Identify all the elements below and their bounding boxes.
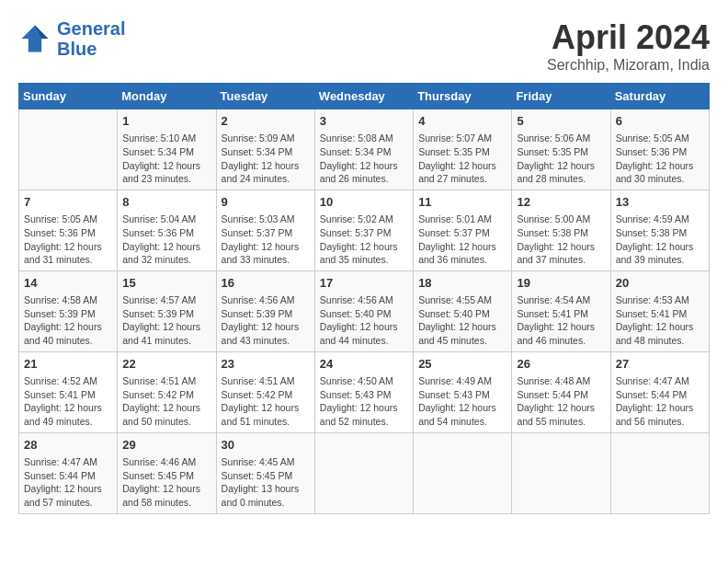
- calendar-cell: [19, 109, 118, 190]
- day-number: 14: [24, 275, 112, 292]
- day-info: Sunrise: 5:05 AM Sunset: 5:36 PM Dayligh…: [24, 213, 112, 267]
- day-number: 12: [517, 194, 605, 211]
- day-info: Sunrise: 4:49 AM Sunset: 5:43 PM Dayligh…: [418, 374, 506, 429]
- day-info: Sunrise: 5:00 AM Sunset: 5:38 PM Dayligh…: [517, 213, 605, 267]
- day-info: Sunrise: 4:59 AM Sunset: 5:38 PM Dayligh…: [616, 213, 704, 267]
- day-info: Sunrise: 4:48 AM Sunset: 5:44 PM Dayligh…: [517, 374, 605, 429]
- day-info: Sunrise: 5:05 AM Sunset: 5:36 PM Dayligh…: [616, 132, 704, 186]
- day-number: 26: [517, 356, 605, 373]
- day-number: 6: [616, 113, 704, 130]
- calendar-cell: 27Sunrise: 4:47 AM Sunset: 5:44 PM Dayli…: [610, 351, 709, 432]
- day-info: Sunrise: 5:08 AM Sunset: 5:34 PM Dayligh…: [320, 132, 408, 186]
- day-info: Sunrise: 4:51 AM Sunset: 5:42 PM Dayligh…: [222, 374, 310, 429]
- calendar-cell: 1Sunrise: 5:10 AM Sunset: 5:34 PM Daylig…: [118, 109, 216, 190]
- calendar-cell: 4Sunrise: 5:07 AM Sunset: 5:35 PM Daylig…: [414, 109, 512, 190]
- day-number: 5: [517, 113, 605, 130]
- day-info: Sunrise: 4:53 AM Sunset: 5:41 PM Dayligh…: [616, 293, 704, 348]
- calendar-cell: 25Sunrise: 4:49 AM Sunset: 5:43 PM Dayli…: [414, 351, 512, 432]
- calendar-table: SundayMondayTuesdayWednesdayThursdayFrid…: [18, 83, 710, 514]
- column-header-monday: Monday: [118, 84, 216, 109]
- week-row-4: 21Sunrise: 4:52 AM Sunset: 5:41 PM Dayli…: [19, 351, 710, 432]
- day-info: Sunrise: 4:54 AM Sunset: 5:41 PM Dayligh…: [517, 293, 605, 348]
- day-info: Sunrise: 5:07 AM Sunset: 5:35 PM Dayligh…: [418, 132, 506, 186]
- subtitle: Serchhip, Mizoram, India: [547, 57, 710, 74]
- header: General Blue April 2024 Serchhip, Mizora…: [18, 18, 710, 74]
- calendar-cell: 6Sunrise: 5:05 AM Sunset: 5:36 PM Daylig…: [610, 109, 709, 190]
- logo-icon: [18, 22, 51, 55]
- day-info: Sunrise: 4:58 AM Sunset: 5:39 PM Dayligh…: [24, 293, 112, 348]
- day-info: Sunrise: 5:03 AM Sunset: 5:37 PM Dayligh…: [222, 213, 310, 267]
- day-number: 21: [24, 356, 112, 373]
- day-number: 3: [320, 113, 408, 130]
- day-info: Sunrise: 4:55 AM Sunset: 5:40 PM Dayligh…: [418, 293, 506, 348]
- day-info: Sunrise: 5:10 AM Sunset: 5:34 PM Dayligh…: [122, 132, 210, 186]
- column-header-thursday: Thursday: [414, 84, 512, 109]
- calendar-cell: 16Sunrise: 4:56 AM Sunset: 5:39 PM Dayli…: [216, 270, 314, 351]
- calendar-cell: 26Sunrise: 4:48 AM Sunset: 5:44 PM Dayli…: [512, 351, 610, 432]
- calendar-cell: [414, 432, 512, 513]
- day-info: Sunrise: 4:47 AM Sunset: 5:44 PM Dayligh…: [616, 374, 704, 429]
- day-number: 19: [517, 275, 605, 292]
- calendar-cell: [512, 432, 610, 513]
- day-info: Sunrise: 5:02 AM Sunset: 5:37 PM Dayligh…: [320, 213, 408, 267]
- day-number: 28: [24, 437, 112, 454]
- day-info: Sunrise: 4:56 AM Sunset: 5:39 PM Dayligh…: [222, 293, 310, 348]
- day-number: 2: [222, 113, 310, 130]
- calendar-cell: 17Sunrise: 4:56 AM Sunset: 5:40 PM Dayli…: [314, 270, 413, 351]
- calendar-cell: 13Sunrise: 4:59 AM Sunset: 5:38 PM Dayli…: [610, 190, 709, 270]
- calendar-cell: 29Sunrise: 4:46 AM Sunset: 5:45 PM Dayli…: [118, 432, 216, 513]
- day-number: 30: [222, 437, 310, 454]
- week-row-2: 7Sunrise: 5:05 AM Sunset: 5:36 PM Daylig…: [19, 190, 710, 270]
- header-row: SundayMondayTuesdayWednesdayThursdayFrid…: [19, 84, 710, 109]
- day-info: Sunrise: 5:09 AM Sunset: 5:34 PM Dayligh…: [222, 132, 310, 186]
- day-info: Sunrise: 4:46 AM Sunset: 5:45 PM Dayligh…: [122, 455, 210, 510]
- day-number: 29: [122, 437, 210, 454]
- calendar-cell: 28Sunrise: 4:47 AM Sunset: 5:44 PM Dayli…: [19, 432, 118, 513]
- calendar-cell: 11Sunrise: 5:01 AM Sunset: 5:37 PM Dayli…: [414, 190, 512, 270]
- calendar-cell: 20Sunrise: 4:53 AM Sunset: 5:41 PM Dayli…: [610, 270, 709, 351]
- column-header-wednesday: Wednesday: [314, 84, 413, 109]
- calendar-cell: 23Sunrise: 4:51 AM Sunset: 5:42 PM Dayli…: [216, 351, 314, 432]
- calendar-cell: 5Sunrise: 5:06 AM Sunset: 5:35 PM Daylig…: [512, 109, 610, 190]
- title-area: April 2024 Serchhip, Mizoram, India: [547, 18, 710, 74]
- calendar-cell: [314, 432, 413, 513]
- day-number: 15: [122, 275, 210, 292]
- calendar-cell: 3Sunrise: 5:08 AM Sunset: 5:34 PM Daylig…: [314, 109, 413, 190]
- day-info: Sunrise: 4:56 AM Sunset: 5:40 PM Dayligh…: [320, 293, 408, 348]
- calendar-cell: 2Sunrise: 5:09 AM Sunset: 5:34 PM Daylig…: [216, 109, 314, 190]
- logo-text: General Blue: [57, 18, 125, 59]
- calendar-cell: [610, 432, 709, 513]
- main-title: April 2024: [547, 18, 710, 57]
- day-info: Sunrise: 5:04 AM Sunset: 5:36 PM Dayligh…: [122, 213, 210, 267]
- calendar-cell: 30Sunrise: 4:45 AM Sunset: 5:45 PM Dayli…: [216, 432, 314, 513]
- calendar-cell: 18Sunrise: 4:55 AM Sunset: 5:40 PM Dayli…: [414, 270, 512, 351]
- day-info: Sunrise: 5:01 AM Sunset: 5:37 PM Dayligh…: [418, 213, 506, 267]
- calendar-cell: 24Sunrise: 4:50 AM Sunset: 5:43 PM Dayli…: [314, 351, 413, 432]
- day-info: Sunrise: 4:47 AM Sunset: 5:44 PM Dayligh…: [24, 455, 112, 510]
- column-header-tuesday: Tuesday: [216, 84, 314, 109]
- day-number: 11: [418, 194, 506, 211]
- calendar-cell: 19Sunrise: 4:54 AM Sunset: 5:41 PM Dayli…: [512, 270, 610, 351]
- day-number: 27: [616, 356, 704, 373]
- calendar-cell: 22Sunrise: 4:51 AM Sunset: 5:42 PM Dayli…: [118, 351, 216, 432]
- week-row-1: 1Sunrise: 5:10 AM Sunset: 5:34 PM Daylig…: [19, 109, 710, 190]
- day-number: 1: [122, 113, 210, 130]
- day-info: Sunrise: 5:06 AM Sunset: 5:35 PM Dayligh…: [517, 132, 605, 186]
- column-header-saturday: Saturday: [610, 84, 709, 109]
- day-number: 18: [418, 275, 506, 292]
- day-number: 13: [616, 194, 704, 211]
- logo-line2: Blue: [57, 39, 97, 59]
- week-row-5: 28Sunrise: 4:47 AM Sunset: 5:44 PM Dayli…: [19, 432, 710, 513]
- day-number: 24: [320, 356, 408, 373]
- day-number: 22: [122, 356, 210, 373]
- day-info: Sunrise: 4:45 AM Sunset: 5:45 PM Dayligh…: [222, 455, 310, 510]
- day-number: 20: [616, 275, 704, 292]
- day-info: Sunrise: 4:57 AM Sunset: 5:39 PM Dayligh…: [122, 293, 210, 348]
- calendar-cell: 10Sunrise: 5:02 AM Sunset: 5:37 PM Dayli…: [314, 190, 413, 270]
- calendar-cell: 9Sunrise: 5:03 AM Sunset: 5:37 PM Daylig…: [216, 190, 314, 270]
- calendar-cell: 21Sunrise: 4:52 AM Sunset: 5:41 PM Dayli…: [19, 351, 118, 432]
- calendar-cell: 8Sunrise: 5:04 AM Sunset: 5:36 PM Daylig…: [118, 190, 216, 270]
- calendar-cell: 14Sunrise: 4:58 AM Sunset: 5:39 PM Dayli…: [19, 270, 118, 351]
- day-number: 25: [418, 356, 506, 373]
- day-number: 4: [418, 113, 506, 130]
